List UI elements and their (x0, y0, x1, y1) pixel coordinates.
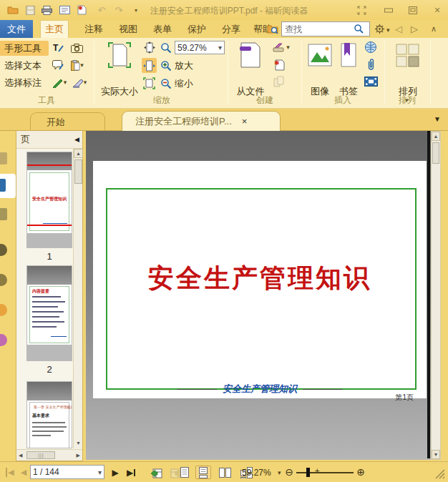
destinations-panel-icon[interactable] (0, 334, 7, 346)
last-page-icon[interactable]: ▶ (125, 466, 137, 478)
zoom-slider-thumb[interactable] (306, 468, 310, 477)
close-window-icon[interactable]: × (429, 4, 445, 16)
panel-scroll-right-icon[interactable]: ▶ (77, 453, 80, 458)
zoom-to-icon[interactable] (159, 41, 172, 54)
actual-size-icon[interactable] (106, 41, 133, 69)
panel-scrollbar-thumb[interactable] (74, 159, 82, 184)
insert-video-icon[interactable] (364, 74, 378, 89)
fit-width-icon[interactable] (142, 58, 157, 73)
fit-visible-icon[interactable] (142, 76, 157, 91)
pages-panel-icon[interactable] (0, 174, 16, 198)
single-page-layout-icon[interactable] (177, 466, 193, 479)
document-view[interactable]: 安全生产管理知识 安全生产管理知识 第1页 (86, 131, 431, 460)
search-icon[interactable] (354, 24, 364, 34)
from-scanner-dropdown-icon[interactable]: ▾ (286, 44, 290, 51)
collapse-panel-icon[interactable]: ◀ (74, 136, 79, 143)
zoom-in-slider-icon[interactable]: ⊕ (355, 466, 366, 478)
zoom-combo-dropdown-icon[interactable]: ▾ (218, 44, 222, 51)
start-tab[interactable]: 开始 (30, 112, 105, 131)
select-annotation-button[interactable]: 选择标注 (0, 75, 49, 90)
next-page-icon[interactable]: ▶ (110, 466, 120, 478)
zoom-out-button[interactable]: 缩小 (175, 76, 206, 91)
maximize-icon[interactable] (405, 4, 421, 16)
file-menu-button[interactable]: 文件 (0, 20, 33, 38)
clipboard-dropdown-icon[interactable]: ▾ (80, 62, 84, 69)
panel-scroll-up-icon[interactable]: ▲ (74, 149, 83, 158)
zoom-level-combo[interactable]: 59.27% ▾ (175, 41, 225, 54)
page-thumbnail-3[interactable]: 第一章 安全生产管理概述 基本要求 (26, 381, 72, 448)
stamp-dropdown-icon[interactable]: ▾ (84, 79, 87, 86)
tab-list-dropdown-icon[interactable]: ▼ (434, 115, 441, 123)
select-text-button[interactable]: 选择文本 (0, 58, 49, 73)
stamp-icon[interactable]: ▾ (69, 76, 90, 89)
statusbar-zoom-dropdown-icon[interactable]: ▾ (278, 469, 281, 476)
fullscreen-icon[interactable] (354, 4, 369, 16)
page-dropdown-icon[interactable]: ▾ (98, 468, 102, 476)
email-icon[interactable] (57, 3, 72, 17)
pencil-dropdown-icon[interactable]: ▾ (64, 79, 67, 86)
save-icon[interactable] (23, 3, 37, 17)
zoom-slider-track[interactable] (296, 472, 354, 473)
hand-tool-button[interactable]: 手形工具 (0, 41, 49, 56)
snapshot-camera-icon[interactable] (70, 41, 83, 54)
history-back-icon[interactable]: ◁ (395, 24, 402, 34)
attach-file-icon[interactable] (364, 57, 378, 72)
from-file-icon[interactable] (236, 41, 265, 69)
facing-layout-icon[interactable] (217, 466, 233, 479)
previous-page-icon[interactable]: ◀ (19, 466, 29, 478)
panel-hscrollbar-thumb[interactable]: ||| (26, 451, 55, 459)
close-document-icon[interactable]: × (242, 116, 248, 127)
comments-panel-icon[interactable] (0, 244, 7, 256)
panel-scroll-down-icon[interactable]: ▼ (74, 438, 83, 447)
search-folder-icon[interactable] (266, 23, 280, 35)
bookmarks-panel-icon[interactable] (0, 152, 7, 164)
doc-scroll-up-icon[interactable]: ▲ (432, 132, 440, 141)
doc-scrollbar-thumb[interactable] (432, 142, 439, 164)
tab-comment[interactable]: 注释 (80, 20, 107, 38)
tab-share[interactable]: 分享 (218, 20, 245, 38)
continuous-layout-icon[interactable] (195, 466, 211, 479)
zoom-out-icon[interactable] (159, 77, 172, 90)
panel-vertical-scrollbar[interactable]: ▲ ▼ (73, 149, 82, 448)
tab-protect[interactable]: 保护 (183, 20, 210, 38)
gear-icon[interactable] (374, 23, 386, 35)
page-number-input[interactable]: 1 / 144 ▾ (30, 465, 104, 479)
clipboard-icon[interactable]: ▾ (69, 59, 86, 72)
tab-view[interactable]: 视图 (115, 20, 142, 38)
zoom-in-button[interactable]: 放大 (175, 58, 206, 73)
note-comment-icon[interactable] (52, 59, 64, 72)
doc-scroll-down-icon[interactable]: ▼ (432, 450, 440, 459)
help-panel-icon[interactable] (0, 274, 7, 286)
window-resize-grip[interactable] (435, 469, 445, 482)
attachments-panel-icon[interactable] (0, 304, 7, 316)
zoom-in-icon[interactable] (159, 59, 172, 72)
blank-page-icon[interactable]: ✱ (272, 57, 286, 72)
document-vertical-scrollbar[interactable]: ▲ ▼ (431, 131, 441, 460)
page-thumbnail-2[interactable]: 内容提要 (26, 265, 72, 361)
panel-horizontal-scrollbar[interactable]: ◀ ||| ▶ (16, 449, 82, 461)
undo-icon[interactable]: ↶ (94, 3, 109, 17)
from-scanner-icon[interactable]: ▾ (271, 40, 292, 54)
insert-link-icon[interactable] (364, 40, 378, 54)
tab-form[interactable]: 表单 (149, 20, 176, 38)
collapse-ribbon-icon[interactable]: ∧ (431, 24, 437, 34)
pdf-page[interactable]: 安全生产管理知识 安全生产管理知识 第1页 (93, 161, 427, 398)
first-page-icon[interactable]: ◀ (4, 466, 16, 478)
new-document-icon[interactable]: ✱ (74, 3, 89, 17)
pencil-tool-icon[interactable]: ▾ (50, 76, 69, 89)
previous-view-icon[interactable] (149, 466, 163, 478)
minimize-icon[interactable] (381, 4, 396, 16)
gear-dropdown-icon[interactable]: ▾ (386, 26, 390, 34)
fit-page-icon[interactable] (142, 40, 157, 55)
tab-home[interactable]: 主页 (40, 20, 69, 38)
typewriter-icon[interactable]: T (52, 41, 64, 54)
search-input[interactable] (282, 23, 354, 35)
print-icon[interactable] (39, 3, 54, 17)
zoom-out-slider-icon[interactable]: ⊖ (283, 466, 295, 478)
insert-bookmark-icon[interactable] (336, 41, 361, 69)
panel-scroll-left-icon[interactable]: ◀ (19, 453, 22, 458)
arrange-icon[interactable] (394, 41, 422, 70)
layers-panel-icon[interactable] (0, 208, 7, 220)
page-thumbnail-1[interactable]: 安全生产管理知识 (26, 152, 72, 248)
open-file-icon[interactable] (6, 3, 20, 17)
